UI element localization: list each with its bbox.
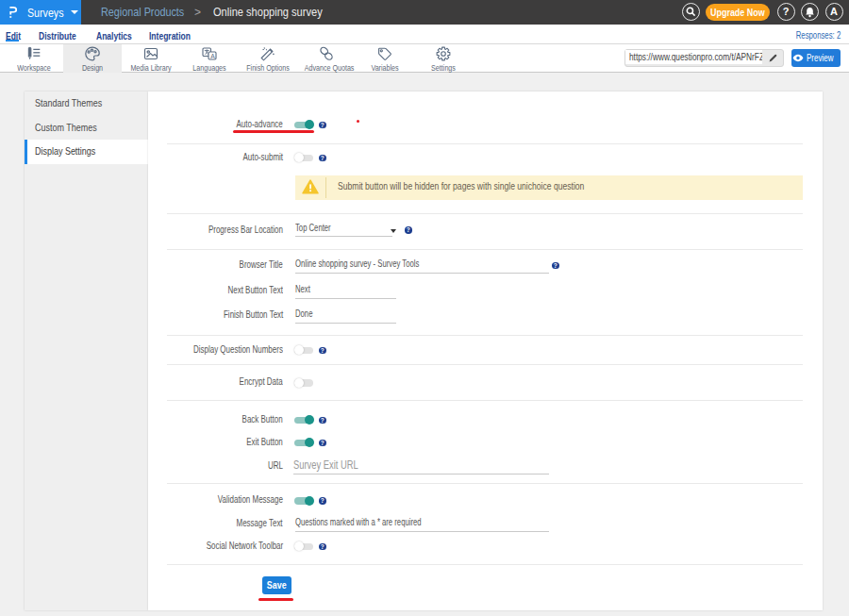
- svg-text:A: A: [210, 53, 215, 59]
